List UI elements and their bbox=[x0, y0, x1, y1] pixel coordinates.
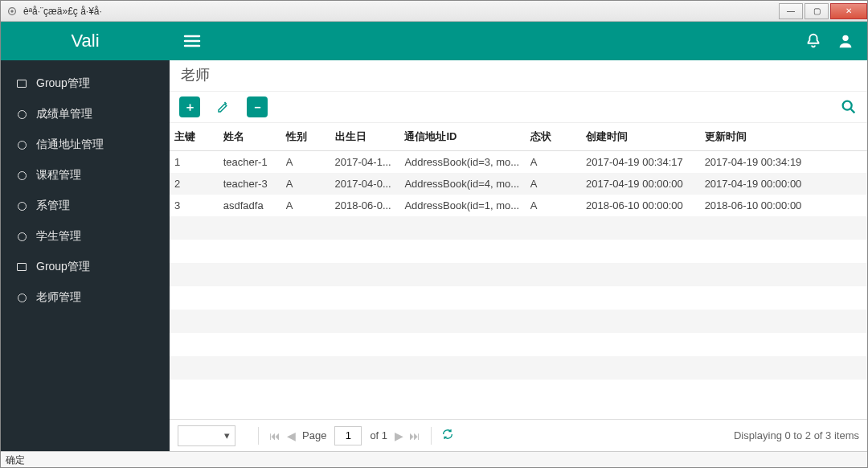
sidebar-item-label: 学生管理 bbox=[36, 229, 81, 244]
cell-status: A bbox=[526, 173, 581, 195]
chevron-down-icon: ▾ bbox=[224, 429, 230, 441]
sidebar-item-label: 系管理 bbox=[36, 199, 70, 213]
sidebar-item-transcript[interactable]: 成绩单管理 bbox=[1, 99, 170, 129]
first-page-icon[interactable]: ⏮ bbox=[267, 429, 283, 442]
pager: ▾ ⏮ ◀ Page of 1 ▶ ⏭ Displaying 0 to 2 of… bbox=[170, 419, 867, 451]
separator bbox=[431, 427, 432, 445]
col-created[interactable]: 创建时间 bbox=[581, 123, 700, 151]
cell-created: 2017-04-19 00:34:17 bbox=[581, 151, 700, 174]
sidebar-nav: Group管理 成绩单管理 信通地址管理 课程管理 系管理 bbox=[1, 60, 170, 321]
toolbar: ＋ － bbox=[170, 92, 867, 123]
page-size-select[interactable]: ▾ bbox=[178, 425, 235, 446]
circle-icon bbox=[15, 108, 28, 121]
sidebar-item-address[interactable]: 信通地址管理 bbox=[1, 129, 170, 160]
brand[interactable]: Vali bbox=[1, 22, 170, 60]
cell-addr: AddressBook(id=4, mo... bbox=[399, 173, 525, 195]
col-gender[interactable]: 性别 bbox=[281, 123, 330, 151]
circle-icon bbox=[15, 291, 28, 304]
bell-icon[interactable] bbox=[805, 32, 822, 50]
add-button[interactable]: ＋ bbox=[179, 96, 200, 117]
circle-icon bbox=[15, 138, 28, 151]
page-title: 老师 bbox=[170, 60, 867, 92]
app-icon bbox=[6, 5, 18, 18]
close-button[interactable]: ✕ bbox=[830, 3, 867, 19]
sidebar-item-label: Group管理 bbox=[36, 76, 90, 91]
empty-row bbox=[170, 263, 867, 286]
col-updated[interactable]: 更新时间 bbox=[700, 123, 819, 151]
sidebar-item-group-2[interactable]: Group管理 bbox=[1, 252, 170, 282]
cell-addr: AddressBook(id=3, mo... bbox=[399, 151, 525, 174]
cell-id: 2 bbox=[170, 173, 219, 195]
maximize-button[interactable]: ▢ bbox=[805, 3, 829, 19]
col-birth[interactable]: 出生日 bbox=[330, 123, 400, 151]
cell-gender: A bbox=[281, 151, 330, 174]
col-status[interactable]: 态状 bbox=[526, 123, 581, 151]
table-row[interactable]: 2teacher-3A2017-04-0...AddressBook(id=4,… bbox=[170, 173, 867, 195]
cell-updated: 2018-06-10 00:00:00 bbox=[700, 195, 819, 216]
sidebar-item-label: 信通地址管理 bbox=[36, 138, 104, 152]
cell-birth: 2017-04-0... bbox=[330, 173, 400, 195]
svg-point-3 bbox=[843, 101, 852, 110]
prev-page-icon[interactable]: ◀ bbox=[283, 429, 299, 442]
cell-created: 2018-06-10 00:00:00 bbox=[581, 195, 700, 216]
edit-button[interactable] bbox=[213, 96, 234, 117]
topbar bbox=[170, 22, 867, 60]
delete-button[interactable]: － bbox=[247, 96, 268, 117]
cell-updated: 2017-04-19 00:34:19 bbox=[700, 151, 819, 174]
page-input[interactable] bbox=[334, 426, 362, 445]
sidebar-item-label: Group管理 bbox=[36, 260, 90, 274]
cell-name: asdfadfa bbox=[219, 195, 281, 216]
main: 老师 ＋ － bbox=[170, 22, 867, 451]
table-body: 1teacher-1A2017-04-1...AddressBook(id=3,… bbox=[170, 151, 867, 380]
col-pk[interactable]: 主键 bbox=[170, 123, 219, 151]
cell-addr: AddressBook(id=1, mo... bbox=[399, 195, 525, 216]
cell-updated: 2017-04-19 00:00:00 bbox=[700, 173, 819, 195]
svg-point-2 bbox=[842, 35, 848, 41]
col-name[interactable]: 姓名 bbox=[219, 123, 281, 151]
table-row[interactable]: 1teacher-1A2017-04-1...AddressBook(id=3,… bbox=[170, 151, 867, 174]
user-icon[interactable] bbox=[837, 32, 854, 50]
next-page-icon[interactable]: ▶ bbox=[391, 429, 407, 442]
cell-id: 3 bbox=[170, 195, 219, 216]
window: èªå·¨çæä»£ç å·¥å· — ▢ ✕ Vali Group管理 成绩单… bbox=[0, 0, 868, 468]
sidebar-item-label: 课程管理 bbox=[36, 168, 81, 183]
circle-icon bbox=[15, 199, 28, 212]
search-icon[interactable] bbox=[840, 98, 858, 116]
cell-gender: A bbox=[281, 195, 330, 216]
sidebar-item-student[interactable]: 学生管理 bbox=[1, 221, 170, 252]
refresh-icon[interactable] bbox=[440, 428, 456, 443]
page-label: Page bbox=[302, 429, 326, 441]
statusbar: 确定 bbox=[1, 451, 867, 467]
cell-birth: 2017-04-1... bbox=[330, 151, 400, 174]
cell-status: A bbox=[526, 195, 581, 216]
empty-row bbox=[170, 286, 867, 310]
table: 主键 姓名 性别 出生日 通信地址ID 态状 创建时间 更新时间 1teache… bbox=[170, 123, 867, 380]
last-page-icon[interactable]: ⏭ bbox=[407, 429, 423, 442]
sidebar-item-course[interactable]: 课程管理 bbox=[1, 160, 170, 191]
empty-row bbox=[170, 216, 867, 240]
sidebar: Vali Group管理 成绩单管理 信通地址管理 课程管理 bbox=[1, 22, 170, 451]
cell-birth: 2018-06-0... bbox=[330, 195, 400, 216]
separator bbox=[258, 427, 259, 445]
table-row[interactable]: 3asdfadfaA2018-06-0...AddressBook(id=1, … bbox=[170, 195, 867, 216]
empty-row bbox=[170, 310, 867, 333]
cell-gender: A bbox=[281, 173, 330, 195]
sidebar-item-label: 老师管理 bbox=[36, 290, 81, 305]
cell-created: 2017-04-19 00:00:00 bbox=[581, 173, 700, 195]
empty-row bbox=[170, 333, 867, 356]
minimize-button[interactable]: — bbox=[779, 3, 803, 19]
col-spacer bbox=[818, 123, 867, 151]
empty-row bbox=[170, 240, 867, 263]
circle-icon bbox=[15, 230, 28, 243]
minus-icon: － bbox=[252, 100, 264, 115]
sidebar-item-group-1[interactable]: Group管理 bbox=[1, 68, 170, 99]
sidebar-item-teacher[interactable]: 老师管理 bbox=[1, 282, 170, 313]
edit-icon bbox=[216, 100, 231, 114]
app: Vali Group管理 成绩单管理 信通地址管理 课程管理 bbox=[1, 22, 867, 451]
cell-name: teacher-3 bbox=[219, 173, 281, 195]
sidebar-item-dept[interactable]: 系管理 bbox=[1, 191, 170, 221]
col-addr[interactable]: 通信地址ID bbox=[399, 123, 525, 151]
window-title: èªå·¨çæä»£ç å·¥å· bbox=[23, 6, 777, 17]
window-titlebar: èªå·¨çæä»£ç å·¥å· — ▢ ✕ bbox=[1, 1, 867, 22]
menu-toggle-icon[interactable] bbox=[182, 31, 202, 51]
